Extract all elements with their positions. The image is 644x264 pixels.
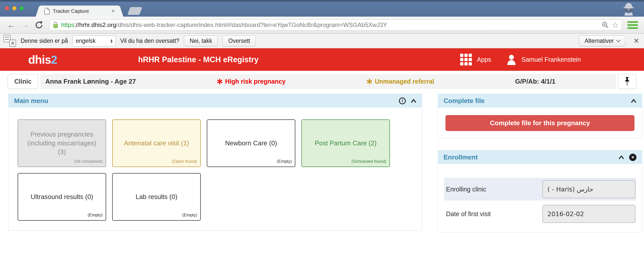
chrome-menu-icon[interactable] [625, 20, 640, 30]
stage-card-status: (Empty) [88, 212, 103, 218]
enrollment-title: Enrollment [444, 153, 478, 161]
collapse-chevron-icon[interactable] [631, 99, 636, 103]
new-tab-button[interactable] [127, 7, 142, 15]
apps-grid-icon[interactable] [460, 54, 472, 65]
apps-label[interactable]: Apps [477, 56, 491, 63]
stage-card-previous-pregnancies[interactable]: Previous pregnancies (including miscarri… [18, 119, 106, 167]
url-scheme: https [61, 21, 74, 28]
dhis2-logo[interactable]: dhis2 [28, 53, 57, 67]
program-stage-cards: Previous pregnancies (including miscarri… [9, 108, 422, 221]
complete-file-button[interactable]: Complete file for this pregnancy [446, 115, 634, 131]
gpab-value: G/P/Ab: 4/1/1 [515, 78, 555, 85]
stage-card-status: (Scheduled found) [351, 159, 386, 164]
select-arrows-icon: ▴▾ [110, 39, 112, 43]
language-select[interactable]: engelsk ▴▾ [72, 36, 116, 46]
translate-options-button[interactable]: Alternativer [579, 36, 626, 46]
stage-card-label: Lab results (0) [136, 192, 177, 201]
stage-card-lab-results[interactable]: Lab results (0) (Empty) [112, 173, 201, 221]
forward-icon[interactable]: → [18, 21, 32, 29]
enrolling-clinic-input[interactable]: ( - Haris) حارس [542, 180, 635, 198]
stage-card-newborn-care[interactable]: Newborn Care (0) (Empty) [207, 119, 295, 167]
browser-tab[interactable]: Tracker Capture × [41, 6, 118, 17]
back-icon[interactable]: ← [4, 21, 18, 29]
url-text: https://hrhr.dhis2.org/dhis/dhis-web-tra… [61, 21, 387, 28]
app-header: dhis2 hRHR Palestine - MCH eRegistry App… [0, 48, 644, 71]
complete-file-header[interactable]: Complete file [438, 94, 642, 108]
minimize-window-button[interactable] [12, 6, 16, 10]
user-profile[interactable]: Samuel Frankenstein [507, 54, 581, 65]
main-menu-panel: Main menu i Previous pregnancies (includ… [8, 94, 422, 231]
infobar-close-icon[interactable]: × [632, 36, 640, 45]
stage-card-label: Previous pregnancies (including miscarri… [24, 130, 100, 156]
language-selected: engelsk [76, 38, 110, 44]
collapse-chevron-icon[interactable] [411, 99, 416, 103]
pin-dashboard-button[interactable] [618, 74, 636, 89]
patient-name: Anna Frank Lønning - Age 27 [45, 78, 136, 85]
translate-question: Vil du ha den oversatt? [120, 38, 179, 44]
app-title: hRHR Palestine - MCH eRegistry [138, 55, 259, 64]
high-risk-label: High risk pregnancy [225, 78, 286, 85]
reload-icon[interactable] [32, 21, 46, 29]
first-visit-date-row: Date of first visit 2016-02-02 [444, 203, 636, 225]
remove-widget-icon[interactable]: × [629, 154, 636, 161]
decline-translate-button[interactable]: Nei, takk [184, 36, 218, 46]
pushpin-icon [624, 77, 630, 86]
browser-toolbar: ← → https://hrhr.dhis2.org/dhis/dhis-web… [0, 17, 644, 34]
complete-file-panel: Complete file Complete file for this pre… [438, 94, 642, 139]
enrollment-header[interactable]: Enrollment × [438, 150, 642, 164]
enrollment-panel: Enrollment × Enrolling clinic ( - Haris)… [438, 150, 642, 233]
stage-card-label: Antenatal care visit (1) [124, 139, 189, 148]
collapse-chevron-icon[interactable] [619, 155, 624, 159]
translate-icon: A [4, 35, 16, 47]
stage-card-label: Newborn Care (0) [225, 139, 277, 148]
bookmark-star-icon[interactable]: ☆ [612, 21, 619, 29]
stage-card-status: (Empty) [182, 212, 197, 218]
main-menu-header[interactable]: Main menu i [9, 94, 422, 108]
user-icon [507, 54, 516, 65]
first-visit-date-label: Date of first visit [446, 210, 542, 218]
stage-card-antenatal-care[interactable]: Antenatal care visit (1) (Open found) [112, 119, 201, 167]
asterisk-icon [367, 79, 372, 84]
referral-flag: Unmanaged referral [367, 78, 434, 85]
accept-translate-button[interactable]: Oversett [222, 36, 256, 46]
stage-card-label: Post Partum Care (2) [315, 139, 377, 148]
tab-close-icon[interactable]: × [111, 8, 115, 14]
org-unit-button[interactable]: Clinic [8, 74, 38, 89]
fullscreen-window-button[interactable] [20, 6, 24, 10]
enrolling-clinic-row: Enrolling clinic ( - Haris) حارس [444, 178, 636, 201]
stage-card-label: Ultrasound results (0) [31, 192, 93, 201]
close-window-button[interactable] [5, 6, 9, 10]
info-icon[interactable]: i [399, 97, 406, 104]
patient-strip: Anna Frank Lønning - Age 27 High risk pr… [40, 74, 616, 89]
patient-header-bar: Clinic Anna Frank Lønning - Age 27 High … [0, 74, 644, 89]
stage-card-status: (Open found) [172, 159, 197, 164]
window-controls [5, 6, 24, 10]
zoom-page-icon[interactable] [601, 21, 609, 29]
incognito-icon [620, 2, 637, 16]
browser-tab-bar: Tracker Capture × [0, 0, 644, 17]
enrolling-clinic-label: Enrolling clinic [446, 186, 542, 193]
stage-card-ultrasound-results[interactable]: Ultrasound results (0) (Empty) [18, 173, 106, 221]
asterisk-icon [217, 79, 223, 84]
stage-card-status: (All completed) [74, 159, 103, 164]
page-icon [44, 8, 50, 15]
tab-title: Tracker Capture [53, 8, 108, 14]
url-path: /dhis/dhis-web-tracker-capture/index.htm… [116, 21, 387, 28]
url-host: ://hrhr.dhis2.org [74, 21, 116, 28]
stage-card-post-partum-care[interactable]: Post Partum Care (2) (Scheduled found) [301, 119, 390, 167]
chevron-down-icon [616, 38, 620, 42]
translate-infobar: A Denne siden er på engelsk ▴▾ Vil du ha… [0, 34, 644, 48]
user-name: Samuel Frankenstein [521, 56, 581, 63]
first-visit-date-input[interactable]: 2016-02-02 [542, 205, 635, 223]
stage-card-status: (Empty) [277, 159, 292, 164]
high-risk-flag: High risk pregnancy [217, 78, 286, 85]
translate-options-label: Alternativer [585, 38, 614, 44]
secure-lock-icon[interactable] [53, 21, 59, 29]
complete-file-title: Complete file [444, 97, 485, 105]
main-menu-title: Main menu [14, 97, 48, 105]
referral-label: Unmanaged referral [375, 78, 434, 85]
translate-message: Denne siden er på [21, 38, 68, 44]
address-bar[interactable]: https://hrhr.dhis2.org/dhis/dhis-web-tra… [49, 19, 622, 30]
